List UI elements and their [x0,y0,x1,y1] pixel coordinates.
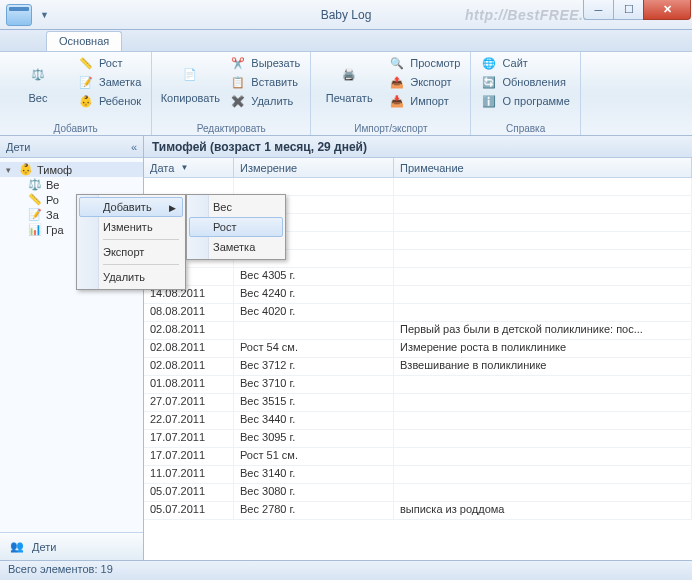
note-icon: 📝 [78,74,94,90]
col-date[interactable]: Дата ▼ [144,158,234,177]
cell: Вес 2780 г. [234,502,394,519]
qat-dropdown-icon[interactable]: ▼ [40,10,49,20]
context-menu: Добавить▶ Изменить Экспорт Удалить [76,194,186,290]
cell [394,484,692,501]
cell: Взвешивание в поликлинике [394,358,692,375]
col-note[interactable]: Примечание [394,158,692,177]
updates-button[interactable]: 🔄Обновления [477,73,573,91]
table-row[interactable]: 02.08.2011Вес 3712 г.Взвешивание в полик… [144,358,692,376]
copy-button[interactable]: 📄 Копировать [158,54,222,121]
updates-icon: 🔄 [481,74,497,90]
copy-icon: 📄 [174,58,206,90]
col-measure[interactable]: Измерение [234,158,394,177]
site-button[interactable]: 🌐Сайт [477,54,573,72]
child-icon: 👶 [19,163,33,176]
cell [394,268,692,285]
ribbon: ⚖️ Вес 📏Рост 📝Заметка 👶Ребенок Добавить … [0,52,692,136]
minimize-button[interactable]: ─ [583,0,613,20]
tree-root[interactable]: ▾👶Тимоф [0,162,143,177]
cell: Рост 51 см. [234,448,394,465]
cell [394,466,692,483]
ctx-add[interactable]: Добавить▶ [79,197,183,217]
table-row[interactable]: 27.07.2011Вес 3515 г. [144,394,692,412]
titlebar: ▼ Baby Log http://BestFREE.ru ─ ☐ ✕ [0,0,692,30]
table-row[interactable]: 08.08.2011Вес 4020 г. [144,304,692,322]
table-row[interactable]: 05.07.2011Вес 2780 г.выписка из роддома [144,502,692,520]
cell: Первый раз были в детской поликлинике: п… [394,322,692,339]
delete-button[interactable]: ✖️Удалить [226,92,304,110]
cell: Вес 4305 г. [234,268,394,285]
main-header: Тимофей (возраст 1 месяц, 29 дней) [144,136,692,158]
tree-item[interactable]: ⚖️Ве [0,177,143,192]
group-label: Редактировать [158,121,304,135]
child-button[interactable]: 👶Ребенок [74,92,145,110]
group-label: Добавить [6,121,145,135]
cell: Вес 4020 г. [234,304,394,321]
print-button[interactable]: 🖨️ Печатать [317,54,381,121]
cell [394,376,692,393]
status-bar: Всего элементов: 19 [0,560,692,580]
ctx-delete[interactable]: Удалить [79,267,183,287]
separator [103,264,179,265]
window-title: Baby Log [321,8,372,22]
table-row[interactable]: 17.07.2011Рост 51 см. [144,448,692,466]
ctx-height[interactable]: Рост [189,217,283,237]
note-icon: 📝 [28,208,42,221]
cell: 05.07.2011 [144,502,234,519]
collapse-icon[interactable]: « [131,141,137,153]
note-button[interactable]: 📝Заметка [74,73,145,91]
cell [234,322,394,339]
cell: 17.07.2011 [144,430,234,447]
preview-button[interactable]: 🔍Просмотр [385,54,464,72]
scale-icon: ⚖️ [28,178,42,191]
cell [394,232,692,249]
export-button[interactable]: 📤Экспорт [385,73,464,91]
cut-button[interactable]: ✂️Вырезать [226,54,304,72]
sidebar-children-button[interactable]: 👥Дети [0,532,143,560]
grid-header: Дата ▼ Измерение Примечание [144,158,692,178]
import-button[interactable]: 📥Импорт [385,92,464,110]
cell: 08.08.2011 [144,304,234,321]
expand-icon[interactable]: ▾ [6,165,15,175]
group-label: Импорт/экспорт [317,121,464,135]
table-row[interactable]: 05.07.2011Вес 3080 г. [144,484,692,502]
ctx-note[interactable]: Заметка [189,237,283,257]
app-menu-icon[interactable] [6,4,32,26]
site-icon: 🌐 [481,55,497,71]
table-row[interactable]: 01.08.2011Вес 3710 г. [144,376,692,394]
table-row[interactable]: 22.07.2011Вес 3440 г. [144,412,692,430]
height-button[interactable]: 📏Рост [74,54,145,72]
cell [394,448,692,465]
table-row[interactable]: 17.07.2011Вес 3095 г. [144,430,692,448]
cell: 05.07.2011 [144,484,234,501]
tab-main[interactable]: Основная [46,31,122,51]
table-row[interactable]: 11.07.2011Вес 3140 г. [144,466,692,484]
maximize-button[interactable]: ☐ [613,0,643,20]
cell: 27.07.2011 [144,394,234,411]
about-icon: ℹ️ [481,93,497,109]
paste-button[interactable]: 📋Вставить [226,73,304,91]
sidebar-header: Дети « [0,136,143,158]
cell: 01.08.2011 [144,376,234,393]
print-icon: 🖨️ [333,58,365,90]
table-row[interactable]: 14.08.2011Вес 4240 г. [144,286,692,304]
cell [394,286,692,303]
context-submenu: Вес Рост Заметка [186,194,286,260]
quick-access-toolbar: ▼ [40,10,49,20]
table-row[interactable]: 02.08.2011Первый раз были в детской поли… [144,322,692,340]
table-row[interactable]: ..2011Вес 4305 г. [144,268,692,286]
ctx-weight[interactable]: Вес [189,197,283,217]
group-help: 🌐Сайт 🔄Обновления ℹ️О программе Справка [471,52,580,135]
cut-icon: ✂️ [230,55,246,71]
ruler-icon: 📏 [78,55,94,71]
table-row[interactable]: 02.08.2011Рост 54 см.Измерение роста в п… [144,340,692,358]
about-button[interactable]: ℹ️О программе [477,92,573,110]
weight-button[interactable]: ⚖️ Вес [6,54,70,121]
ctx-edit[interactable]: Изменить [79,217,183,237]
group-io: 🖨️ Печатать 🔍Просмотр 📤Экспорт 📥Импорт И… [311,52,471,135]
ctx-export[interactable]: Экспорт [79,242,183,262]
close-button[interactable]: ✕ [643,0,691,20]
sort-icon: ▼ [180,163,188,172]
cell [394,214,692,231]
cell [394,430,692,447]
